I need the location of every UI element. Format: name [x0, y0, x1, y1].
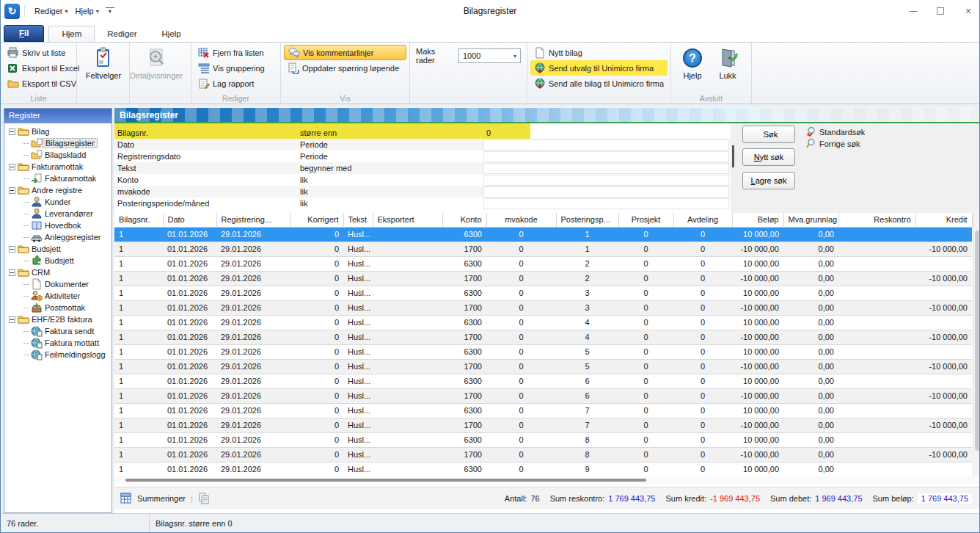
tree-collapse-toggle[interactable] — [9, 164, 15, 170]
filter-value-input[interactable] — [483, 186, 729, 197]
table-row[interactable]: 101.01.202629.01.20260Husl...17000500-10… — [114, 359, 972, 374]
close-button[interactable]: × — [963, 5, 973, 17]
help-button[interactable]: ? Hjelp — [674, 45, 711, 80]
tree-item-leverand-rer[interactable]: Leverandører — [4, 208, 111, 220]
new-search-button[interactable]: Nytt søk — [742, 148, 795, 166]
horizontal-scrollbar-thumb[interactable] — [125, 479, 646, 482]
column-header-dato[interactable]: Dato — [163, 213, 216, 227]
tree-item-faktura-sendt[interactable]: Faktura sendt — [4, 325, 111, 337]
search-button[interactable]: Søk — [742, 126, 795, 143]
filter-operator[interactable]: større enn — [300, 128, 483, 137]
tree-item-faktura-mottatt[interactable]: Faktura mottatt — [4, 337, 111, 349]
column-header-bel-p[interactable]: Beløp — [732, 213, 783, 227]
table-row[interactable]: 101.01.202629.01.20260Husl...6300040010 … — [114, 315, 972, 330]
tree-item-crm[interactable]: CRM — [4, 266, 111, 278]
column-header-mvakode[interactable]: mvakode — [486, 213, 556, 227]
vertical-scrollbar-thumb[interactable] — [975, 231, 980, 451]
tree-item-bilag[interactable]: Bilag — [4, 126, 111, 137]
export-csv-button[interactable]: Eksport til CSV — [4, 76, 73, 91]
tree-item-fakturamottak[interactable]: Fakturamottak — [4, 161, 111, 173]
send-selection-unimicro-button[interactable]: Send utvalg til Unimicro firma — [530, 60, 668, 76]
show-comment-lines-toggle[interactable]: Vis kommentarlinjer — [284, 45, 406, 60]
column-header-mva-grunnlag[interactable]: Mva.grunnlag — [783, 213, 838, 227]
column-header-prosjekt[interactable]: Prosjekt — [618, 213, 673, 227]
tab-hjelp[interactable]: Hjelp — [150, 26, 194, 42]
filter-value-input[interactable] — [483, 198, 729, 209]
column-header-tekst[interactable]: Tekst — [343, 213, 373, 227]
table-row[interactable]: 101.01.202629.01.20260Husl...6300070010 … — [114, 403, 972, 418]
tab-hjem[interactable]: Hjem — [48, 26, 95, 42]
column-header-eksportert[interactable]: Eksportert — [373, 213, 442, 227]
customize-quickaccess-icon[interactable]: ▾ — [106, 7, 114, 15]
remove-from-list-button[interactable]: Fjern fra listen — [194, 45, 277, 60]
save-search-button[interactable]: Lagre søk — [742, 172, 795, 189]
minimize-button[interactable] — [910, 11, 918, 12]
close-view-button[interactable]: Lukk — [711, 45, 745, 80]
quickaccess-rediger-menu[interactable]: Rediger ▾ — [31, 5, 72, 17]
horizontal-scrollbar[interactable] — [114, 476, 979, 484]
maximize-button[interactable] — [937, 7, 944, 15]
filter-value-input[interactable] — [483, 175, 729, 186]
tree-item-budsjett[interactable]: Budsjett — [4, 243, 111, 255]
tree-collapse-toggle[interactable] — [9, 246, 15, 253]
tab-fil[interactable]: Fil — [4, 25, 44, 42]
print-list-button[interactable]: Skriv ut liste — [4, 45, 73, 60]
tree-item-postmottak[interactable]: Postmottak — [4, 302, 111, 313]
vertical-scrollbar[interactable] — [973, 213, 980, 476]
summary-table-icon[interactable] — [120, 493, 132, 504]
column-header-konto[interactable]: Konto — [442, 213, 486, 227]
table-row[interactable]: 101.01.202629.01.20260Husl...6300060010 … — [114, 374, 972, 388]
tree-item-feilmeldingslogg[interactable]: Feilmeldingslogg — [4, 349, 111, 360]
tree-item-bilagskladd[interactable]: Bilagskladd — [4, 149, 111, 161]
table-row[interactable]: 101.01.202629.01.20260Husl...17000600-10… — [114, 388, 972, 403]
export-excel-button[interactable]: Eksport til Excel — [4, 60, 73, 76]
filter-operator[interactable]: begynner med — [300, 164, 483, 173]
tree-collapse-toggle[interactable] — [9, 187, 15, 194]
tree-item-ehf-e2b-faktura[interactable]: EHF/E2B faktura — [4, 313, 111, 325]
update-query-button[interactable]: Oppdater spørring løpende — [284, 60, 406, 76]
tree-item-andre-registre[interactable]: Andre registre — [4, 184, 111, 196]
tree-collapse-toggle[interactable] — [9, 269, 15, 276]
table-row[interactable]: 101.01.202629.01.20260Husl...6300020010 … — [114, 256, 972, 271]
filter-operator[interactable]: Periode — [300, 140, 483, 149]
tab-rediger[interactable]: Rediger — [95, 26, 149, 42]
table-row[interactable]: 101.01.202629.01.20260Husl...17000100-10… — [114, 242, 972, 256]
tree-item-dokumenter[interactable]: Dokumenter — [4, 278, 111, 290]
table-row[interactable]: 101.01.202629.01.20260Husl...17000200-10… — [114, 271, 972, 286]
table-row[interactable]: 101.01.202629.01.20260Husl...17000800-10… — [114, 447, 972, 462]
filter-value-input[interactable] — [483, 139, 729, 151]
table-row[interactable]: 101.01.202629.01.20260Husl...6300030010 … — [114, 286, 972, 300]
new-voucher-button[interactable]: Nytt bilag — [530, 45, 668, 60]
table-row[interactable]: 101.01.202629.01.20260Husl...17000400-10… — [114, 330, 972, 344]
splitter-handle[interactable] — [732, 145, 734, 167]
feltvelger-button[interactable]: Feltvelger — [80, 45, 127, 80]
filter-operator[interactable]: lik — [300, 199, 483, 208]
filter-operator[interactable]: Periode — [300, 152, 483, 161]
tree-collapse-toggle[interactable] — [9, 128, 15, 135]
filter-operator[interactable]: lik — [300, 175, 483, 184]
create-report-button[interactable]: Lag rapport — [194, 76, 277, 91]
standard-search-link[interactable]: Standardsøk — [805, 126, 865, 138]
app-icon[interactable]: ↻ — [4, 4, 20, 19]
column-header-posteringsp-[interactable]: Posteringsp... — [556, 213, 618, 227]
send-all-unimicro-button[interactable]: Send alle bilag til Unimicro firma — [530, 76, 668, 91]
tree-collapse-toggle[interactable] — [9, 316, 15, 323]
tree-item-aktiviteter[interactable]: Aktiviteter — [4, 290, 111, 302]
table-row[interactable]: 101.01.202629.01.20260Husl...6300090010 … — [114, 462, 972, 476]
tree-item-anleggsregister[interactable]: Anleggsregister — [4, 231, 111, 243]
table-row[interactable]: 101.01.202629.01.20260Husl...17000300-10… — [114, 300, 972, 315]
copy-icon[interactable] — [198, 493, 210, 504]
tree-item-hovedbok[interactable]: Hovedbok — [4, 220, 111, 231]
show-grouping-button[interactable]: Vis gruppering — [194, 60, 277, 76]
table-row[interactable]: 101.01.202629.01.20260Husl...6300050010 … — [114, 344, 972, 359]
filter-value-input[interactable] — [483, 128, 729, 139]
column-header-registrering-[interactable]: Registrering... — [216, 213, 290, 227]
maks-rader-combobox[interactable]: 1000 ▾ — [458, 48, 521, 63]
tree-item-kunder[interactable]: Kunder — [4, 196, 111, 208]
tree-item-fakturamottak[interactable]: Fakturamottak — [4, 173, 111, 184]
column-header-bilagsnr-[interactable]: Bilagsnr. — [114, 213, 163, 227]
filter-value-input[interactable] — [483, 163, 729, 174]
column-header-avdeling[interactable]: Avdeling — [673, 213, 732, 227]
tree-item-bilagsregister[interactable]: Bilagsregister — [4, 137, 111, 149]
table-row[interactable]: 101.01.202629.01.20260Husl...17000700-10… — [114, 418, 972, 432]
